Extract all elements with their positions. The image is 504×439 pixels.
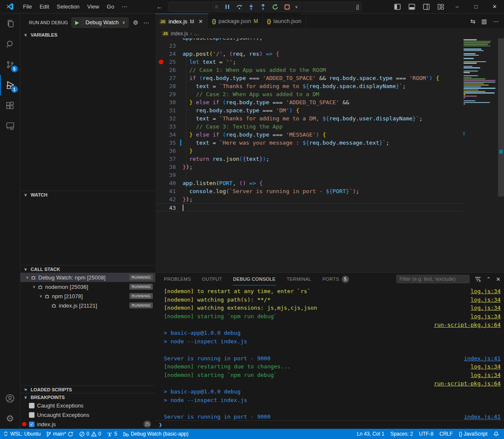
call-stack-row[interactable]: ∨npm [21078]RUNNING (20, 291, 155, 301)
menu-view[interactable]: View (84, 2, 103, 11)
status-spaces-2[interactable]: Spaces: 2 (387, 429, 416, 439)
console-filter-input[interactable] (396, 275, 470, 283)
code-line-38[interactable]: 38}); (155, 163, 462, 171)
source-control-icon[interactable]: 5 (0, 54, 20, 75)
maximize-button[interactable]: □ (467, 0, 485, 13)
code-line-35[interactable]: 35 text = `Here was your message : ${req… (155, 139, 462, 147)
watch-section-header[interactable]: ∨WATCH (20, 191, 155, 198)
step-into-button[interactable] (247, 3, 255, 11)
minimize-button[interactable]: – (448, 0, 467, 13)
menu-⋯[interactable]: ⋯ (118, 2, 131, 11)
status-utf-8[interactable]: UTF-8 (416, 429, 436, 439)
source-link[interactable]: log.js:34 (471, 304, 501, 312)
panel-maximize-chevron-icon[interactable]: ⌃ (486, 276, 491, 282)
panel-tab-ports[interactable]: PORTS5 (321, 273, 349, 285)
source-link[interactable]: log.js:34 (471, 296, 501, 304)
call-stack-row[interactable]: ∨Debug Watch: npm [25008]RUNNING (20, 273, 155, 282)
breakpoint-row[interactable]: Uncaught Exceptions (20, 410, 155, 419)
status-error-icon[interactable]: 00 (76, 429, 104, 439)
code-line-25[interactable]: 25 let text = ''; (155, 58, 462, 66)
debug-console-output[interactable]: [nodemon] to restart at any time, enter … (155, 285, 504, 420)
call-stack-section-header[interactable]: ∨CALL STACK (20, 265, 155, 273)
breakpoint-row[interactable]: Caught Exceptions (20, 401, 155, 410)
restart-button[interactable] (271, 3, 279, 11)
source-link[interactable]: index.js:41 (464, 413, 501, 420)
code-line-29[interactable]: 29 // Case 2: When App was added to a DM (155, 90, 462, 98)
remote-explorer-icon[interactable] (0, 116, 20, 136)
customize-layout-icon[interactable] (433, 0, 448, 13)
code-line-36[interactable]: 36 } (155, 147, 462, 155)
code-line-42[interactable]: 42}); (155, 195, 462, 203)
source-link[interactable]: run-script-pkg.js:64 (434, 321, 501, 329)
status-crlf[interactable]: CRLF (436, 429, 455, 439)
stop-dropdown-chevron-icon[interactable]: ∨ (295, 5, 298, 9)
checkbox[interactable]: ✓ (29, 422, 34, 427)
panel-tab-debug-console[interactable]: DEBUG CONSOLE (232, 273, 277, 285)
toggle-secondary-sidebar-icon[interactable] (419, 0, 433, 13)
panel-tab-output[interactable]: OUTPUT (201, 273, 223, 285)
menu-go[interactable]: Go (103, 2, 117, 11)
status--javascript[interactable]: {} JavaScript (456, 429, 490, 439)
stop-button[interactable] (283, 3, 291, 11)
tab-package.json[interactable]: {}package.jsonM (208, 14, 263, 29)
status-tower-icon[interactable]: 5 (104, 429, 120, 439)
breakpoint-dot[interactable] (159, 60, 163, 64)
code-line-34[interactable]: 34 } else if (req.body.type === 'MESSAGE… (155, 131, 462, 139)
loaded-scripts-section-header[interactable]: ∨LOADED SCRIPTS (20, 385, 155, 393)
status-ln-43-col-1[interactable]: Ln 43, Col 1 (354, 429, 387, 439)
status-debug-icon[interactable]: Debug Watch (basic-app) (120, 429, 192, 439)
accounts-icon[interactable] (0, 388, 20, 408)
code-line-40[interactable]: 40app.listen(PORT, () => { (155, 179, 462, 187)
code-line-41[interactable]: 41 console.log(`Server is running in por… (155, 187, 462, 195)
open-changes-icon[interactable]: ⇆ (470, 18, 475, 25)
sidebar-more-actions-icon[interactable]: ⋯ (143, 19, 150, 26)
breakpoints-section-header[interactable]: ∨BREAKPOINTS (20, 393, 155, 401)
back-button[interactable]: ← (156, 3, 163, 10)
filter-icon[interactable] (475, 277, 481, 282)
code-line-43[interactable]: 43 (155, 203, 462, 211)
settings-gear-icon[interactable]: ⚙ (0, 408, 20, 429)
code-line-30[interactable]: 30 } else if (req.body.type === 'ADDED_T… (155, 98, 462, 106)
source-link[interactable]: log.js:34 (471, 371, 501, 379)
search-icon[interactable] (0, 34, 20, 54)
panel-tab-terminal[interactable]: TERMINAL (286, 273, 312, 285)
call-stack-row[interactable]: ∨nodemon [25036]RUNNING (20, 282, 155, 291)
code-line-27[interactable]: 27 if (req.body.type === 'ADDED_TO_SPACE… (155, 74, 462, 82)
call-stack-row[interactable]: index.js [21121]RUNNING (20, 301, 155, 310)
code-line-26[interactable]: 26 // Case 1: When App was added to the … (155, 66, 462, 74)
breadcrumb[interactable]: JS index.js › … (155, 29, 504, 38)
pause-button[interactable] (223, 3, 231, 11)
source-link[interactable]: log.js:34 (471, 362, 501, 371)
code-line-32[interactable]: 32 text = `Thanks for adding me to a DM,… (155, 114, 462, 123)
step-out-button[interactable] (259, 3, 267, 11)
toggle-panel-icon[interactable] (404, 0, 419, 13)
menu-file[interactable]: File (20, 2, 35, 11)
toggle-sidebar-icon[interactable] (390, 0, 404, 13)
notifications-bell-icon[interactable] (490, 429, 504, 439)
menu-selection[interactable]: Selection (53, 2, 83, 11)
close-button[interactable]: ✕ (485, 0, 504, 13)
menu-edit[interactable]: Edit (36, 2, 52, 11)
code-line-33[interactable]: 33 // Case 3: Texting the App (155, 123, 462, 131)
status-branch-icon[interactable]: main* (43, 429, 76, 439)
minimap[interactable] (463, 39, 498, 107)
debug-console-input[interactable]: ❯ (155, 420, 504, 429)
step-over-button[interactable] (235, 3, 243, 11)
status-remote-icon[interactable]: WSL: Ubuntu (0, 429, 43, 439)
tab-index.js[interactable]: JSindex.jsM✕ (155, 14, 208, 29)
code-editor[interactable]: app.use(express.json());2324app.post('/'… (155, 38, 504, 272)
drag-grip-icon[interactable]: ⠿ (215, 6, 219, 9)
code-line-28[interactable]: 28 text = `Thanks for adding me to ${req… (155, 82, 462, 90)
split-editor-icon[interactable]: ▥ (481, 18, 487, 25)
variables-section-header[interactable]: ∨VARIABLES (20, 31, 155, 39)
source-link[interactable]: run-script-pkg.js:64 (434, 379, 501, 388)
source-link[interactable]: log.js:34 (471, 312, 501, 321)
editor-more-actions-icon[interactable]: ⋯ (493, 18, 499, 25)
editor-scrollbar[interactable] (498, 38, 504, 197)
code-line-39[interactable]: 39 (155, 171, 462, 179)
code-line-31[interactable]: 31 req.body.space.type === 'DM') { (155, 106, 462, 114)
explorer-icon[interactable] (0, 14, 20, 34)
debug-config-select[interactable]: ▶ Debug Watch ∨ (72, 17, 129, 28)
code-line-37[interactable]: 37 return res.json({text}); (155, 155, 462, 163)
extensions-icon[interactable] (0, 95, 20, 116)
